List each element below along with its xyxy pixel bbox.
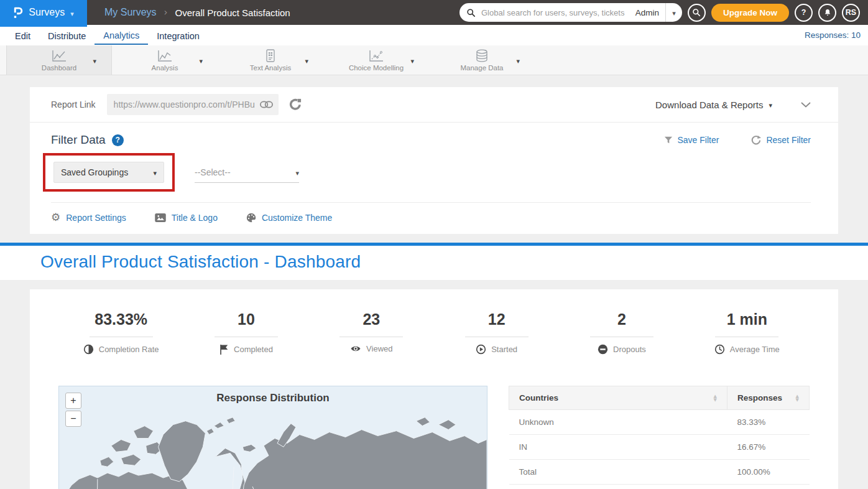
line-chart-icon bbox=[157, 49, 172, 62]
help-button[interactable]: ? bbox=[795, 4, 813, 22]
stat-value: 23 bbox=[309, 310, 434, 328]
countries-table: Countries Responses bbox=[509, 386, 810, 489]
country-cell: Total bbox=[509, 460, 727, 485]
search-icon bbox=[466, 8, 476, 17]
responses-cell: 100.00% bbox=[727, 460, 810, 485]
toolbar-item-label: Analysis bbox=[152, 64, 178, 72]
grouping-value-select[interactable]: --Select-- bbox=[195, 162, 299, 183]
report-settings-link[interactable]: ⚙ Report Settings bbox=[51, 212, 126, 223]
notifications-button[interactable] bbox=[818, 4, 836, 22]
page-title: Overall Product Satisfaction - Dashboard bbox=[40, 252, 868, 272]
toolbar-choice-modelling[interactable]: Choice Modelling bbox=[323, 45, 429, 75]
tab-edit[interactable]: Edit bbox=[6, 27, 39, 44]
chevron-down-icon[interactable] bbox=[199, 55, 203, 66]
image-icon bbox=[155, 213, 166, 222]
customize-theme-link[interactable]: Customize Theme bbox=[246, 213, 332, 223]
tab-analytics[interactable]: Analytics bbox=[95, 26, 148, 45]
stat-started: 12 Started bbox=[434, 310, 559, 355]
customize-theme-label: Customize Theme bbox=[262, 213, 332, 223]
quick-search-button[interactable] bbox=[688, 4, 706, 22]
country-cell: IN bbox=[509, 435, 727, 460]
annotation-highlight-box: Saved Groupings bbox=[43, 153, 175, 192]
sort-icon[interactable] bbox=[790, 394, 799, 402]
analytics-toolbar: Dashboard Analysis Text Analysis Choice … bbox=[0, 45, 868, 75]
country-cell: Unknown bbox=[509, 410, 727, 435]
breadcrumb-my-surveys[interactable]: My Surveys bbox=[104, 7, 157, 18]
funnel-icon bbox=[664, 136, 673, 144]
tab-integration[interactable]: Integration bbox=[148, 27, 208, 44]
chevron-down-icon[interactable] bbox=[93, 55, 96, 66]
product-label: Surveys bbox=[29, 7, 65, 18]
save-filter-button[interactable]: Save Filter bbox=[664, 135, 719, 145]
global-search-input[interactable] bbox=[480, 7, 633, 18]
report-link-input[interactable]: https://www.questionpro.com/t/PHBu bbox=[107, 94, 279, 115]
chevron-down-icon bbox=[295, 167, 299, 177]
global-search: Admin bbox=[459, 3, 682, 22]
stat-label: Average Time bbox=[730, 345, 780, 354]
dashboard-title-band: Overall Product Satisfaction - Dashboard bbox=[0, 243, 868, 280]
divider bbox=[215, 337, 278, 337]
chevron-down-icon bbox=[672, 7, 676, 18]
scatter-chart-icon bbox=[369, 49, 384, 62]
filter-card: Report Link https://www.questionpro.com/… bbox=[30, 87, 838, 234]
report-settings-label: Report Settings bbox=[66, 213, 126, 223]
minus-circle-icon bbox=[598, 344, 608, 355]
responses-header-label: Responses bbox=[737, 393, 782, 403]
link-icon bbox=[260, 101, 273, 108]
chevron-down-icon[interactable] bbox=[305, 55, 308, 66]
stat-label: Started bbox=[491, 345, 517, 354]
toolbar-analysis[interactable]: Analysis bbox=[112, 45, 218, 75]
chevron-down-icon[interactable] bbox=[769, 99, 772, 110]
title-logo-link[interactable]: Title & Logo bbox=[155, 213, 218, 223]
saved-groupings-select[interactable]: Saved Groupings bbox=[53, 162, 164, 183]
responses-count[interactable]: Responses: 10 bbox=[805, 30, 861, 40]
tab-distribute[interactable]: Distribute bbox=[39, 27, 95, 44]
qr-share-icon[interactable] bbox=[289, 98, 302, 111]
responses-column-header[interactable]: Responses bbox=[727, 386, 810, 410]
map-zoom-out-button[interactable]: − bbox=[65, 411, 81, 427]
gear-icon: ⚙ bbox=[51, 212, 60, 223]
divider bbox=[715, 337, 778, 337]
collapse-panel-icon[interactable] bbox=[801, 102, 811, 108]
chevron-down-icon bbox=[70, 7, 74, 19]
user-avatar[interactable]: RS bbox=[842, 4, 860, 22]
stat-label: Dropouts bbox=[613, 345, 646, 354]
toolbar-text-analysis[interactable]: Text Analysis bbox=[218, 45, 323, 75]
table-row: Unknown 83.33% bbox=[509, 410, 810, 435]
divider bbox=[90, 337, 153, 337]
stat-label: Viewed bbox=[366, 344, 392, 353]
surveys-product-menu[interactable]: Surveys bbox=[0, 0, 87, 26]
download-data-reports[interactable]: Download Data & Reports bbox=[655, 100, 763, 110]
sort-icon[interactable] bbox=[708, 394, 717, 402]
clock-icon bbox=[714, 344, 725, 355]
reset-filter-label: Reset Filter bbox=[766, 135, 811, 145]
map-and-table-row: Response Distribution + − bbox=[40, 386, 828, 489]
stat-average-time: 1 min Average Time bbox=[685, 310, 810, 355]
half-circle-icon bbox=[83, 344, 94, 355]
search-scope-dropdown[interactable] bbox=[665, 3, 682, 22]
chevron-down-icon[interactable] bbox=[516, 55, 520, 66]
bell-icon bbox=[823, 8, 832, 17]
stat-value: 12 bbox=[434, 310, 559, 328]
breadcrumb-current-survey: Overall Product Satisfaction bbox=[175, 7, 290, 18]
reset-filter-button[interactable]: Reset Filter bbox=[751, 135, 811, 145]
help-icon[interactable]: ? bbox=[112, 134, 124, 146]
search-scope-label: Admin bbox=[633, 8, 665, 17]
breadcrumb: My Surveys Overall Product Satisfaction bbox=[104, 7, 290, 18]
table-row: Total 100.00% bbox=[509, 460, 810, 485]
document-grid-icon bbox=[265, 49, 276, 62]
report-link-url[interactable]: https://www.questionpro.com/t/PHBu bbox=[114, 100, 260, 109]
responses-cell: 83.33% bbox=[727, 410, 810, 435]
countries-column-header[interactable]: Countries bbox=[509, 386, 727, 410]
divider bbox=[590, 337, 653, 337]
chevron-down-icon[interactable] bbox=[410, 55, 414, 66]
save-filter-label: Save Filter bbox=[678, 135, 719, 145]
toolbar-dashboard[interactable]: Dashboard bbox=[6, 45, 112, 75]
response-distribution-map[interactable]: Response Distribution + − bbox=[58, 386, 487, 489]
toolbar-item-label: Manage Data bbox=[460, 64, 503, 72]
map-zoom-in-button[interactable]: + bbox=[65, 393, 81, 409]
play-circle-icon bbox=[476, 344, 486, 355]
filter-data-title: Filter Data bbox=[51, 133, 106, 147]
toolbar-manage-data[interactable]: Manage Data bbox=[429, 45, 535, 75]
upgrade-now-button[interactable]: Upgrade Now bbox=[711, 4, 789, 22]
